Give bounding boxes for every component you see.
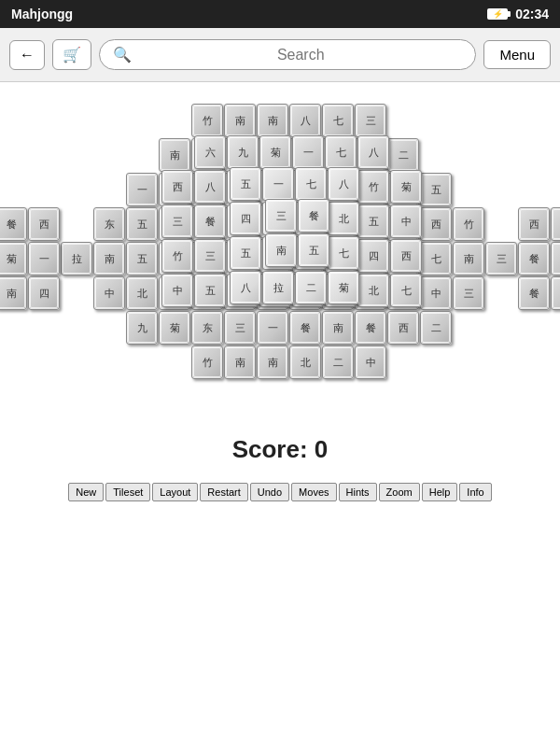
tile[interactable]: 一 [257, 311, 288, 345]
tile[interactable]: 西 [28, 207, 60, 241]
tile[interactable]: 中 [355, 345, 386, 379]
tile[interactable]: 餐 [518, 276, 550, 310]
tile[interactable]: 拉 [61, 242, 92, 275]
tile[interactable]: 南 [265, 233, 297, 267]
tile[interactable]: 南 [322, 311, 354, 345]
tile[interactable]: 二 [420, 311, 452, 345]
tile[interactable]: 南 [453, 242, 484, 275]
tile[interactable]: 五 [298, 233, 329, 267]
tile[interactable]: 南 [0, 276, 27, 310]
tile[interactable]: 五 [126, 207, 158, 241]
tile[interactable]: 西 [161, 170, 193, 204]
tile[interactable]: 西 [390, 239, 422, 273]
tile[interactable]: 五 [357, 204, 389, 238]
toolbar-btn-new[interactable]: New [68, 483, 104, 501]
tile[interactable]: 餐 [194, 204, 226, 238]
tile[interactable]: 菊 [159, 311, 190, 345]
tile[interactable]: 三 [485, 242, 517, 275]
tile[interactable]: 中 [161, 274, 193, 307]
tile[interactable]: 二 [387, 138, 419, 172]
tile[interactable]: 四 [551, 276, 560, 310]
tile[interactable]: 三 [224, 311, 256, 345]
tile[interactable]: 一 [28, 242, 60, 275]
tile[interactable]: 拉 [262, 271, 294, 304]
tile[interactable]: 竹 [357, 170, 389, 204]
tile[interactable]: 中 [93, 276, 125, 310]
tile[interactable]: 北 [126, 276, 158, 310]
tile[interactable]: 四 [230, 202, 261, 235]
tile[interactable]: 七 [420, 242, 452, 275]
tile[interactable]: 六 [194, 135, 226, 169]
tile[interactable]: 八 [194, 170, 226, 204]
tile[interactable]: 九 [126, 311, 158, 345]
tile[interactable]: 南 [159, 138, 190, 172]
tile[interactable]: 南 [224, 345, 256, 379]
tile[interactable]: 北 [289, 345, 321, 379]
tile[interactable]: 三 [194, 239, 226, 273]
tile[interactable]: 北 [357, 274, 389, 307]
tile[interactable]: 南 [257, 104, 288, 137]
tile[interactable]: 一 [126, 173, 158, 206]
toolbar-btn-moves[interactable]: Moves [291, 483, 336, 501]
toolbar-btn-info[interactable]: Info [459, 483, 491, 501]
tile[interactable]: 西 [420, 207, 452, 241]
tile[interactable]: 东 [93, 207, 125, 241]
toolbar-btn-help[interactable]: Help [422, 483, 458, 501]
tile[interactable]: 七 [328, 236, 359, 270]
tile[interactable]: 餐 [355, 311, 386, 345]
tile[interactable]: 八 [289, 104, 321, 137]
tile[interactable]: 五 [551, 242, 560, 275]
tile[interactable]: 三 [265, 199, 297, 233]
tile[interactable]: 南 [93, 242, 125, 275]
menu-button[interactable]: Menu [483, 40, 551, 69]
tile[interactable]: 五 [194, 274, 226, 307]
tile[interactable]: 餐 [0, 207, 27, 241]
tile[interactable]: 四 [357, 239, 389, 273]
tile[interactable]: 西 [518, 207, 550, 241]
tile[interactable]: 七 [325, 135, 357, 169]
tile[interactable]: 八 [357, 135, 389, 169]
tile[interactable]: 一 [262, 167, 294, 201]
toolbar-btn-zoom[interactable]: Zoom [379, 483, 420, 501]
tile[interactable]: 竹 [191, 345, 223, 379]
toolbar-btn-layout[interactable]: Layout [152, 483, 198, 501]
cart-button[interactable]: 🛒 [52, 39, 91, 70]
tile[interactable]: 五 [126, 242, 158, 275]
back-button[interactable]: ← [9, 40, 45, 70]
search-input[interactable] [139, 47, 462, 63]
tile[interactable]: 菊 [0, 242, 27, 275]
tile[interactable]: 五 [230, 236, 261, 270]
toolbar-btn-undo[interactable]: Undo [250, 483, 289, 501]
toolbar-btn-tileset[interactable]: Tileset [105, 483, 150, 501]
tile[interactable]: 五 [230, 167, 261, 201]
tile[interactable]: 七 [390, 274, 422, 307]
tile[interactable]: 三 [355, 104, 386, 137]
tile[interactable]: 餐 [289, 311, 321, 345]
toolbar-btn-restart[interactable]: Restart [200, 483, 247, 501]
tile[interactable]: 竹 [191, 104, 223, 137]
tile[interactable]: 二 [295, 271, 327, 304]
tile[interactable]: 四 [28, 276, 60, 310]
tile[interactable]: 菊 [390, 170, 422, 204]
tile[interactable]: 东 [191, 311, 223, 345]
tile[interactable]: 八 [230, 271, 261, 304]
tile[interactable]: 五 [420, 173, 452, 206]
tile[interactable]: 七 [322, 104, 354, 137]
tile[interactable]: 餐 [298, 199, 329, 233]
tile[interactable]: 中 [420, 276, 452, 310]
toolbar-btn-hints[interactable]: Hints [339, 483, 377, 501]
tile[interactable]: 西 [387, 311, 419, 345]
tile[interactable]: 菊 [328, 271, 359, 304]
tile[interactable]: 南 [257, 345, 288, 379]
tile[interactable]: 南 [224, 104, 256, 137]
tile[interactable]: 七 [295, 167, 327, 201]
tile[interactable]: 三 [453, 276, 484, 310]
tile[interactable]: 三 [161, 204, 193, 238]
tile[interactable]: 八 [328, 167, 359, 201]
tile[interactable]: 餐 [518, 242, 550, 275]
tile[interactable]: 中 [390, 204, 422, 238]
tile[interactable]: 北 [328, 202, 359, 235]
tile[interactable]: 二 [322, 345, 354, 379]
tile[interactable]: 竹 [453, 207, 484, 241]
tile[interactable]: 九 [227, 135, 259, 169]
